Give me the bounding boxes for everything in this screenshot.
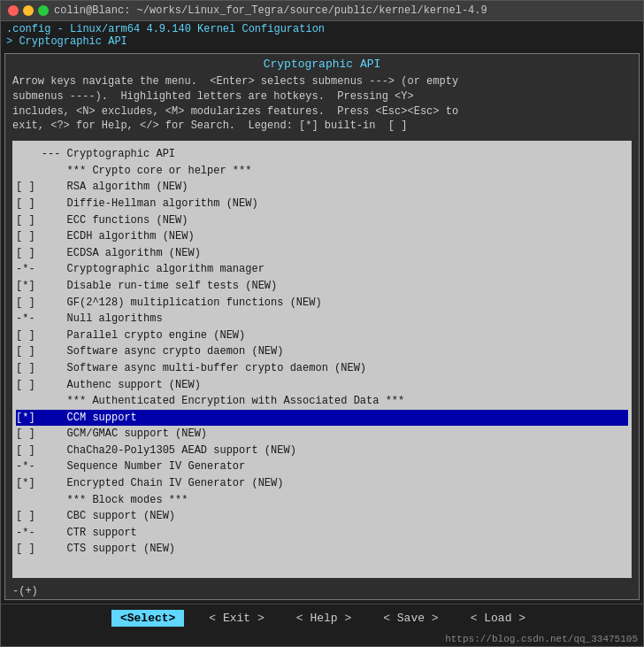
menu-item[interactable]: -*- Cryptographic algorithm manager (16, 261, 628, 278)
menu-item[interactable]: [*] CCM support (16, 410, 628, 427)
dialog-help: Arrow keys navigate the menu. <Enter> se… (5, 73, 639, 135)
menu-item[interactable]: [ ] ECDSA algorithm (NEW) (16, 245, 628, 262)
dialog-box: Cryptographic API Arrow keys navigate th… (4, 53, 640, 600)
menu-item[interactable]: *** Authenticated Encryption with Associ… (16, 393, 628, 410)
load-button[interactable]: < Load > (464, 610, 533, 627)
menu-item[interactable]: [ ] CBC support (NEW) (16, 508, 628, 525)
menu-item[interactable]: [ ] RSA algorithm (NEW) (16, 179, 628, 196)
save-button[interactable]: < Save > (376, 610, 445, 627)
menu-item[interactable]: [ ] GF(2^128) multiplication functions (… (16, 295, 628, 312)
menu-item[interactable]: [ ] ECC functions (NEW) (16, 212, 628, 229)
breadcrumb-bar: .config - Linux/arm64 4.9.140 Kernel Con… (1, 21, 643, 50)
title-bar: colin@Blanc: ~/works/Linux_for_Tegra/sou… (1, 1, 643, 21)
menu-item[interactable]: [*] Disable run-time self tests (NEW) (16, 278, 628, 295)
menu-item[interactable]: *** Crypto core or helper *** (16, 163, 628, 180)
minimize-button[interactable] (23, 5, 34, 16)
menu-item[interactable]: [ ] Diffie-Hellman algorithm (NEW) (16, 196, 628, 212)
menu-item[interactable]: [ ] Authenc support (NEW) (16, 377, 628, 394)
menu-bottom: -(+) (5, 583, 639, 599)
traffic-lights (8, 5, 49, 16)
select-button[interactable]: <Select> (111, 610, 184, 627)
breadcrumb-line2: > Cryptographic API (6, 35, 638, 48)
watermark: https://blog.csdn.net/qq_33475105 (1, 632, 643, 646)
menu-item[interactable]: --- Cryptographic API (16, 146, 628, 163)
breadcrumb-line1: .config - Linux/arm64 4.9.140 Kernel Con… (6, 23, 638, 35)
menu-item[interactable]: [ ] Software async crypto daemon (NEW) (16, 343, 628, 360)
menu-item[interactable]: -*- Sequence Number IV Generator (16, 458, 628, 475)
dialog-title: Cryptographic API (5, 54, 639, 73)
menu-item[interactable]: [ ] ChaCha20-Poly1305 AEAD support (NEW) (16, 443, 628, 459)
terminal-window: colin@Blanc: ~/works/Linux_for_Tegra/sou… (0, 0, 644, 647)
menu-area[interactable]: --- Cryptographic API *** Crypto core or… (12, 141, 632, 578)
main-area: Cryptographic API Arrow keys navigate th… (1, 50, 643, 604)
window-title: colin@Blanc: ~/works/Linux_for_Tegra/sou… (54, 4, 487, 17)
menu-item[interactable]: *** Block modes *** (16, 492, 628, 509)
menu-item[interactable]: [ ] Parallel crypto engine (NEW) (16, 327, 628, 344)
help-button[interactable]: < Help > (289, 610, 358, 627)
exit-button[interactable]: < Exit > (202, 610, 271, 627)
menu-item[interactable]: [ ] Software async multi-buffer crypto d… (16, 360, 628, 377)
menu-item[interactable]: [ ] CTS support (NEW) (16, 541, 628, 558)
maximize-button[interactable] (38, 5, 49, 16)
menu-item[interactable]: [ ] ECDH algorithm (NEW) (16, 228, 628, 245)
menu-item[interactable]: -*- CTR support (16, 525, 628, 542)
menu-item[interactable]: -*- Null algorithms (16, 311, 628, 327)
menu-item[interactable]: [*] Encrypted Chain IV Generator (NEW) (16, 475, 628, 492)
bottom-bar: <Select> < Exit > < Help > < Save > < Lo… (1, 604, 643, 632)
menu-item[interactable]: [ ] GCM/GMAC support (NEW) (16, 426, 628, 443)
close-button[interactable] (8, 5, 19, 16)
